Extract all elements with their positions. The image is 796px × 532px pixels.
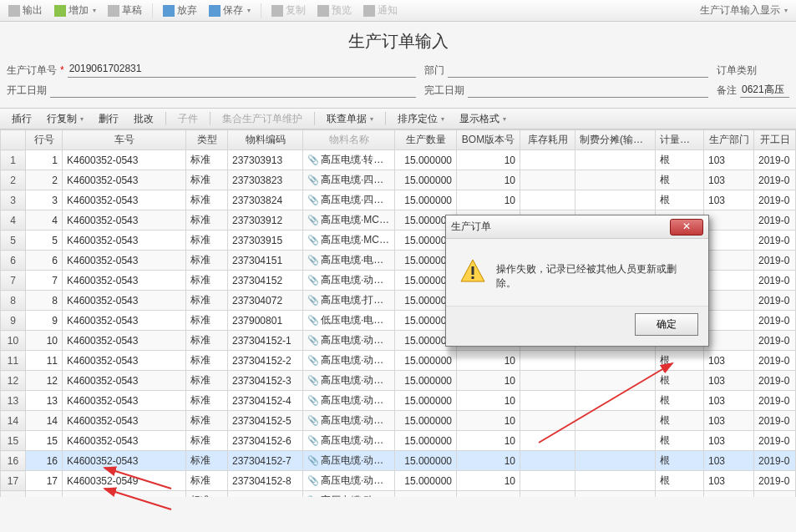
cell-mat-code[interactable]: 237304152-8: [228, 471, 303, 491]
cell-mat-code[interactable]: 237304152-6: [228, 431, 303, 451]
cell-bom[interactable]: 10: [457, 190, 520, 210]
cell-start[interactable]: 2019-0: [754, 251, 796, 271]
cell-car[interactable]: K4600352-0543: [63, 351, 186, 371]
cell-qty[interactable]: 15.000000: [395, 471, 457, 491]
table-row[interactable]: 33K4600352-0543标准237303824📎高压电缆·四合一…15.0…: [1, 190, 796, 210]
cell-uom[interactable]: 根: [656, 170, 704, 190]
cell-mat-name[interactable]: 📎低压电缆·电池低…: [303, 311, 395, 331]
cell-bom[interactable]: 10: [457, 451, 520, 471]
cell-start[interactable]: 2019-0: [754, 431, 796, 451]
cell-cost[interactable]: [575, 451, 656, 471]
cell-mat-code[interactable]: 237304152-3: [228, 371, 303, 391]
cell-start[interactable]: 2019-0: [754, 271, 796, 291]
preview-button[interactable]: 预览: [312, 2, 357, 19]
cell-start[interactable]: 2019-0: [754, 331, 796, 351]
cell-start[interactable]: 2019-0: [754, 311, 796, 331]
cell-mat-name[interactable]: 📎高压电缆·MCU正…: [303, 231, 395, 251]
cell-stock[interactable]: [520, 471, 575, 491]
cell-bom[interactable]: 10: [457, 471, 520, 491]
cell-start[interactable]: [754, 491, 796, 498]
cell-line[interactable]: 8: [26, 291, 63, 311]
group-maint-button[interactable]: 集合生产订单维护: [215, 110, 309, 128]
cell-line[interactable]: 6: [26, 251, 63, 271]
cell-dept[interactable]: 103: [704, 391, 754, 411]
cell-type[interactable]: 标准: [186, 351, 228, 371]
cell-line[interactable]: 18: [26, 491, 63, 498]
cell-type[interactable]: 标准: [186, 231, 228, 251]
cell-uom[interactable]: 根: [656, 391, 704, 411]
cell-mat-code[interactable]: 237304152-2: [228, 351, 303, 371]
cell-car[interactable]: K4600352-0543: [63, 231, 186, 251]
cell-mat-code[interactable]: 237304151: [228, 251, 303, 271]
cell-start[interactable]: 2019-0: [754, 231, 796, 251]
cell-mat-name[interactable]: 📎高压电缆·动力电…: [303, 371, 395, 391]
cell-type[interactable]: 标准: [186, 371, 228, 391]
table-row[interactable]: 1717K4600352-0549标准237304152-8📎高压电缆·动力电……: [1, 471, 796, 491]
cell-line[interactable]: 17: [26, 471, 63, 491]
cell-dept[interactable]: 103: [704, 190, 754, 210]
dept-field[interactable]: [448, 63, 708, 78]
cell-mat-name[interactable]: 📎高压电缆·动力电…: [303, 491, 395, 498]
cell-cost[interactable]: [575, 491, 656, 498]
insert-row-button[interactable]: 插行: [5, 110, 38, 128]
notify-button[interactable]: 通知: [358, 2, 403, 19]
cell-qty[interactable]: 15.000000: [395, 150, 457, 170]
cell-type[interactable]: 标准: [186, 471, 228, 491]
abandon-button[interactable]: 放弃: [158, 2, 202, 19]
cell-car[interactable]: K4600352-0543: [63, 411, 186, 431]
close-button[interactable]: ✕: [670, 219, 703, 236]
order-no-field[interactable]: 2019061702831: [68, 63, 416, 78]
add-button[interactable]: 增加▾: [49, 2, 101, 19]
cell-qty[interactable]: 15.000000: [395, 431, 457, 451]
cell-mat-name[interactable]: 📎高压电缆·动力电…: [303, 411, 395, 431]
cell-uom[interactable]: 根: [656, 411, 704, 431]
table-row[interactable]: 1212K4600352-0543标准237304152-3📎高压电缆·动力电……: [1, 371, 796, 391]
cell-car[interactable]: K4600352-0543: [63, 371, 186, 391]
cell-uom[interactable]: 根: [656, 150, 704, 170]
cell-type[interactable]: 标准: [186, 150, 228, 170]
cell-mat-code[interactable]: 237900801: [228, 311, 303, 331]
cell-line[interactable]: 14: [26, 411, 63, 431]
col-car[interactable]: 车号: [63, 130, 186, 150]
cell-type[interactable]: 标准: [186, 190, 228, 210]
related-button[interactable]: 联查单据▾: [320, 110, 380, 128]
cell-car[interactable]: K4600352-0543: [63, 271, 186, 291]
cell-cost[interactable]: [575, 391, 656, 411]
cell-qty[interactable]: 15.000000: [395, 391, 457, 411]
cell-line[interactable]: 5: [26, 231, 63, 251]
cell-line[interactable]: 11: [26, 351, 63, 371]
cell-line[interactable]: 1: [26, 150, 63, 170]
cell-stock[interactable]: [520, 491, 575, 498]
cell-qty[interactable]: 15.000000: [395, 491, 457, 498]
cell-cost[interactable]: [575, 471, 656, 491]
col-stock[interactable]: 库存耗用: [520, 130, 575, 150]
cell-stock[interactable]: [520, 371, 575, 391]
cell-stock[interactable]: [520, 411, 575, 431]
cell-mat-name[interactable]: 📎高压电缆·电池高…: [303, 251, 395, 271]
cell-cost[interactable]: [575, 150, 656, 170]
table-row[interactable]: 1515K4600352-0543标准237304152-6📎高压电缆·动力电……: [1, 431, 796, 451]
col-type[interactable]: 类型: [186, 130, 228, 150]
cell-line[interactable]: 13: [26, 391, 63, 411]
col-line[interactable]: 行号: [26, 130, 63, 150]
batch-button[interactable]: 批改: [127, 110, 160, 128]
cell-mat-name[interactable]: 📎高压电缆·动力电…: [303, 271, 395, 291]
delete-row-button[interactable]: 删行: [92, 110, 125, 128]
cell-mat-code[interactable]: 237303824: [228, 190, 303, 210]
col-bom[interactable]: BOM版本号: [457, 130, 520, 150]
col-cost[interactable]: 制费分摊(输入是): [575, 130, 656, 150]
cell-start[interactable]: 2019-0: [754, 150, 796, 170]
cell-car[interactable]: K4600352-0543: [63, 391, 186, 411]
cell-car[interactable]: K4600352-0549: [63, 471, 186, 491]
cell-stock[interactable]: [520, 431, 575, 451]
cell-type[interactable]: 标准: [186, 431, 228, 451]
cell-car[interactable]: K4600352-0543: [63, 210, 186, 231]
cell-type[interactable]: 标准: [186, 411, 228, 431]
cell-qty[interactable]: 15.000000: [395, 411, 457, 431]
cell-line[interactable]: 4: [26, 210, 63, 231]
cell-mat-name[interactable]: 📎高压电缆·四合一…: [303, 170, 395, 190]
cell-cost[interactable]: [575, 371, 656, 391]
cell-type[interactable]: 标准: [186, 451, 228, 471]
cell-dept[interactable]: 103: [704, 451, 754, 471]
cell-uom[interactable]: 根: [656, 471, 704, 491]
